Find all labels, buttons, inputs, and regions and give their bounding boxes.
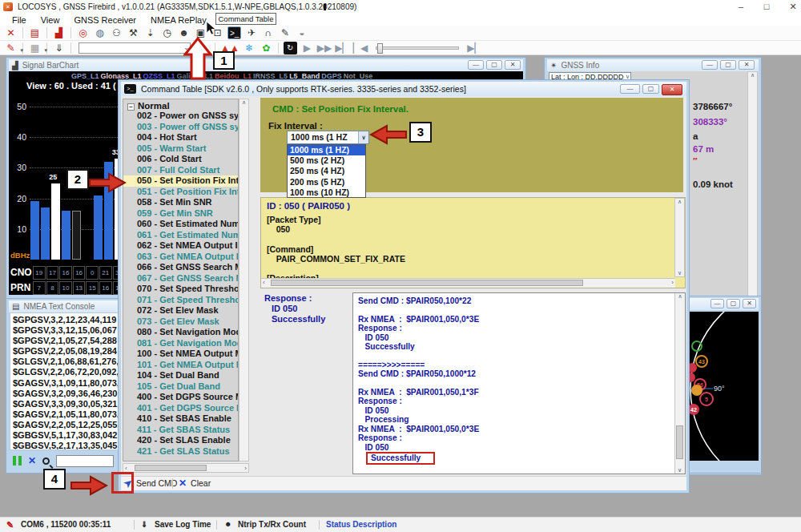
tree-item-401[interactable]: 401 - Get DGPS Source M: [123, 403, 238, 414]
signal-chart-icon[interactable]: ▟: [52, 26, 66, 39]
tree-item-004[interactable]: 004 - Hot Start: [123, 132, 238, 143]
tree-item-070[interactable]: 070 - Set Speed Threshold: [123, 284, 238, 295]
dropdown-option[interactable]: 1000 ms (1 HZ): [288, 145, 365, 155]
close-icon[interactable]: ✕: [739, 60, 755, 70]
tree-item-420[interactable]: 420 - Set SLAS Enable: [123, 435, 238, 446]
tree-item-071[interactable]: 071 - Get Speed Threshold: [123, 295, 238, 306]
close-icon[interactable]: ✕: [662, 84, 682, 95]
chevron-down-icon[interactable]: ▾: [20, 44, 23, 57]
tree-item-080[interactable]: 080 - Set Navigation Mode: [123, 327, 238, 338]
satellite-edit-icon[interactable]: ✎: [278, 26, 292, 39]
maximize-button[interactable]: ▢: [727, 299, 740, 308]
ntrip-count-button[interactable]: Ntrip Tx/Rx Count: [238, 520, 306, 529]
record-target-icon[interactable]: ◎: [76, 26, 90, 39]
replay-skip-start-icon[interactable]: ▏◀: [353, 42, 368, 54]
chevron-down-icon[interactable]: ▾: [44, 44, 47, 57]
tree-item-104[interactable]: 104 - Set Dual Band: [123, 370, 238, 381]
maximize-button[interactable]: ▢: [486, 60, 502, 70]
clear-console-icon[interactable]: ✕: [28, 455, 36, 466]
save-log-time-button[interactable]: Save Log Time: [155, 520, 211, 529]
headset-icon[interactable]: ∩: [261, 26, 275, 39]
tree-item-410[interactable]: 410 - Set SBAS Enable: [123, 413, 238, 425]
tree-item-400[interactable]: 400 - Set DGPS Source M: [123, 392, 238, 403]
tree-item-061[interactable]: 061 - Get Estimated Num: [123, 230, 238, 241]
tree-item-100[interactable]: 100 - Set NMEA Output M: [123, 349, 238, 360]
tree-item-051[interactable]: 051 - Get Position Fix Inte: [123, 187, 238, 198]
search-icon[interactable]: [42, 457, 50, 465]
tree-item-081[interactable]: 081 - Get Navigation Mode: [123, 338, 238, 349]
setup-user-icon[interactable]: ⚒: [127, 26, 140, 39]
status-description-link[interactable]: Status Description: [326, 520, 396, 529]
binocular-user-icon[interactable]: ⚇: [110, 26, 123, 39]
disconnect-icon[interactable]: ✕: [4, 26, 18, 39]
layout-grid-icon[interactable]: ▦▾: [28, 42, 42, 54]
menu-item-view[interactable]: View: [34, 15, 67, 25]
tree-item-066[interactable]: 066 - Set GNSS Search M: [123, 262, 238, 273]
close-button[interactable]: ✕: [783, 1, 801, 12]
dropdown-option[interactable]: 250 ms (4 HZ): [288, 166, 365, 176]
nmea-command-combobox[interactable]: ⌄: [78, 42, 191, 54]
globe-icon[interactable]: ◍: [93, 26, 107, 39]
chevron-down-icon[interactable]: ∨: [626, 74, 630, 80]
tree-item-059[interactable]: 059 - Get Min SNR: [123, 208, 238, 220]
minimize-button[interactable]: —: [620, 84, 640, 94]
replay-step-icon[interactable]: ▶▏: [335, 42, 349, 54]
refresh-icon[interactable]: ✿: [260, 42, 273, 54]
minimize-button[interactable]: —: [702, 60, 718, 70]
command-tree[interactable]: −Normal 002 - Power on GNSS syst003 - Po…: [123, 99, 239, 461]
minimize-button[interactable]: –: [731, 1, 751, 12]
maximize-button[interactable]: ▢: [642, 84, 659, 94]
minimize-button[interactable]: —: [710, 299, 724, 308]
command-table-icon[interactable]: >_: [227, 26, 241, 39]
save-log-icon[interactable]: ⇓: [52, 42, 66, 54]
drone-icon[interactable]: ✈: [244, 26, 258, 39]
signal-barchart-titlebar[interactable]: ▟ Signal BarChart: [9, 59, 523, 71]
tree-item-050[interactable]: 050 - Set Position Fix Inter: [123, 175, 238, 187]
tree-item-062[interactable]: 062 - Set NMEA Output In: [123, 240, 238, 252]
tree-root-node[interactable]: −Normal: [123, 99, 238, 111]
freeze-icon[interactable]: ❄: [243, 42, 256, 54]
waypoint-icon[interactable]: ⇣: [143, 26, 157, 39]
tree-item-007[interactable]: 007 - Full Cold Start: [123, 165, 238, 176]
clock-icon[interactable]: ◷: [160, 26, 174, 39]
maximize-button[interactable]: ▢: [720, 60, 736, 70]
close-icon[interactable]: ✕: [743, 299, 756, 308]
tree-item-067[interactable]: 067 - Get GNSS Search M: [123, 273, 238, 284]
log-vertical-scrollbar[interactable]: ∧∨: [674, 293, 685, 474]
tree-item-073[interactable]: 073 - Get Elev Mask: [123, 316, 238, 328]
tree-item-101[interactable]: 101 - Get NMEA Output M: [123, 360, 238, 371]
clear-button[interactable]: ✕ Clear: [179, 478, 211, 489]
log-file-icon[interactable]: ▤: [28, 26, 42, 39]
replay-fast-forward-icon[interactable]: ▶▶: [317, 42, 332, 54]
fix-interval-dropdown[interactable]: 1000 ms (1 HZ ∨: [287, 131, 369, 144]
tree-item-072[interactable]: 072 - Set Elev Mask: [123, 305, 238, 316]
tree-vertical-scrollbar[interactable]: ∧: [239, 99, 249, 461]
replay-play-icon[interactable]: ▶▾: [300, 42, 314, 54]
dropdown-option[interactable]: 200 ms (5 HZ): [288, 177, 365, 187]
close-icon[interactable]: ✕: [505, 60, 521, 70]
pause-icon[interactable]: [13, 456, 22, 466]
replay-position-slider[interactable]: [376, 46, 459, 50]
tree-item-063[interactable]: 063 - Get NMEA Output In: [123, 252, 238, 263]
command-table-titlebar[interactable]: >_ Command Table [SDK v2.6.0 , Only supp…: [121, 82, 686, 96]
tree-item-006[interactable]: 006 - Cold Start: [123, 154, 238, 165]
packet-vertical-scrollbar[interactable]: ∧∨: [674, 198, 685, 277]
tree-item-421[interactable]: 421 - Get SLAS Status: [123, 446, 238, 457]
replay-skip-end-icon[interactable]: ▶▏: [467, 42, 481, 54]
tree-collapse-icon[interactable]: −: [127, 103, 135, 111]
replay-record-icon[interactable]: ↻: [284, 42, 297, 54]
slider-thumb[interactable]: [377, 43, 383, 54]
dropdown-option[interactable]: 100 ms (10 HZ): [288, 187, 365, 198]
minimize-button[interactable]: —: [468, 60, 484, 70]
tree-horizontal-scrollbar[interactable]: ‹›: [123, 463, 249, 473]
tree-item-060[interactable]: 060 - Set Estimated Num: [123, 219, 238, 230]
menu-item-nmea-replay[interactable]: NMEA RePlay: [143, 15, 214, 25]
draw-tool-icon[interactable]: ✎▾: [4, 42, 18, 54]
tree-item-411[interactable]: 411 - Get SBAS Status: [123, 425, 238, 436]
nmea-search-input[interactable]: [56, 455, 114, 467]
maximize-button[interactable]: □: [756, 1, 777, 12]
tree-item-105[interactable]: 105 - Get Dual Band: [123, 381, 238, 393]
tree-item-002[interactable]: 002 - Power on GNSS syst: [123, 111, 238, 122]
tree-item-005[interactable]: 005 - Warm Start: [123, 143, 238, 155]
packet-horizontal-scrollbar[interactable]: ‹›: [261, 278, 675, 288]
